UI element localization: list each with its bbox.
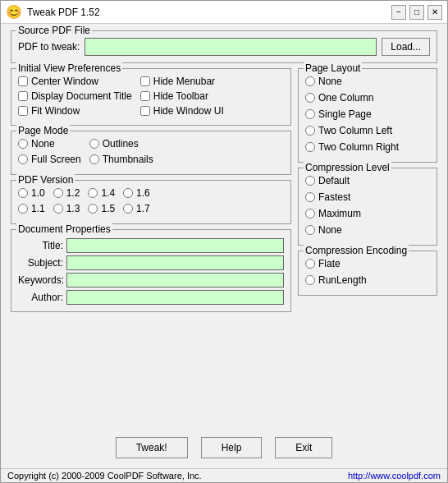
layout-single-page-radio[interactable] [305, 109, 315, 119]
fit-window-checkbox[interactable] [18, 106, 28, 116]
compress-maximum-radio[interactable] [305, 209, 315, 218]
tweak-button[interactable]: Tweak! [116, 437, 188, 458]
compress-maximum: Maximum [305, 208, 430, 219]
compress-maximum-label: Maximum [318, 208, 361, 219]
version-15-label: 1.5 [101, 203, 115, 214]
encode-flate: Flate [305, 258, 430, 269]
subject-input[interactable] [66, 255, 284, 270]
radio-thumbnails: Thumbnails [89, 154, 153, 165]
page-mode-thumbnails-radio[interactable] [89, 154, 99, 164]
checkbox-center-window: Center Window [18, 76, 132, 87]
layout-two-col-left: Two Column Left [305, 125, 430, 136]
version-13-radio[interactable] [53, 204, 63, 214]
pdf-version-label: PDF Version [16, 174, 75, 186]
page-mode-fullscreen-radio[interactable] [18, 154, 28, 164]
footer-buttons: Tweak! Help Exit [11, 432, 437, 462]
version-10-radio[interactable] [18, 188, 28, 198]
app-icon: 😊 [6, 4, 22, 20]
checkbox-display-title: Display Document Title [18, 90, 132, 102]
doc-props-fields: Title: Subject: Keywords: Author: [18, 233, 284, 305]
version-14-radio[interactable] [88, 188, 98, 198]
help-button[interactable]: Help [201, 437, 263, 458]
radio-v11: 1.1 [18, 203, 45, 214]
load-button[interactable]: Load... [382, 38, 430, 56]
compress-default-radio[interactable] [305, 176, 315, 186]
pdf-version-radios: 1.0 1.1 1.2 [18, 184, 284, 217]
layout-two-col-right: Two Column Right [305, 141, 430, 153]
compress-fastest-label: Fastest [318, 191, 350, 203]
keywords-input[interactable] [66, 273, 284, 288]
hide-menubar-checkbox[interactable] [140, 76, 150, 86]
doc-props-label: Document Properties [16, 223, 112, 235]
compress-none-label: None [318, 224, 342, 236]
title-row: Title: [18, 238, 284, 253]
version-col3: 1.4 1.5 [88, 187, 115, 217]
layout-one-column-radio[interactable] [305, 93, 315, 103]
hide-toolbar-checkbox[interactable] [140, 91, 150, 101]
layout-none-label: None [318, 76, 342, 87]
compress-fastest-radio[interactable] [305, 192, 315, 202]
encode-runlength-radio[interactable] [305, 275, 315, 285]
keywords-field-label: Keywords: [18, 274, 63, 286]
page-layout-group: Page Layout None One Column Single Pa [298, 68, 437, 163]
title-input[interactable] [66, 238, 284, 253]
page-mode-none-radio[interactable] [18, 139, 28, 149]
left-column: Initial View Preferences Center Window D… [11, 68, 291, 427]
page-mode-col1: None Full Screen [18, 138, 81, 168]
version-col2: 1.2 1.3 [53, 187, 80, 217]
layout-none: None [305, 76, 430, 87]
radio-v14: 1.4 [88, 187, 115, 199]
compression-level-group: Compression Level Default Fastest Max [298, 168, 437, 246]
version-15-radio[interactable] [88, 204, 98, 214]
version-11-radio[interactable] [18, 204, 28, 214]
compression-level-label: Compression Level [304, 162, 391, 173]
compress-default-label: Default [318, 175, 350, 186]
page-mode-outlines-label: Outlines [103, 138, 139, 150]
initial-view-checks: Center Window Display Document Title Fit… [18, 72, 284, 118]
page-mode-outlines-radio[interactable] [89, 139, 99, 149]
compress-none-radio[interactable] [305, 225, 315, 235]
pdf-to-tweak-label: PDF to tweak: [18, 41, 80, 53]
maximize-button[interactable]: □ [409, 5, 424, 20]
version-17-radio[interactable] [123, 204, 133, 214]
page-mode-radios: None Full Screen Outlines [18, 135, 284, 168]
version-14-label: 1.4 [101, 187, 115, 199]
page-mode-fullscreen-label: Full Screen [31, 154, 81, 165]
author-input[interactable] [66, 290, 284, 305]
close-button[interactable]: ✕ [427, 5, 442, 20]
radio-none: None [18, 138, 81, 150]
layout-two-col-left-radio[interactable] [305, 126, 315, 136]
encode-flate-radio[interactable] [305, 259, 315, 269]
version-16-radio[interactable] [123, 188, 133, 198]
exit-button[interactable]: Exit [275, 437, 332, 458]
hide-window-ui-checkbox[interactable] [140, 106, 150, 116]
author-field-label: Author: [18, 292, 63, 303]
version-12-label: 1.2 [66, 187, 80, 199]
encode-runlength-label: RunLength [318, 274, 367, 286]
fit-window-label: Fit Window [31, 105, 80, 117]
layout-none-radio[interactable] [305, 76, 315, 86]
display-title-checkbox[interactable] [18, 91, 28, 101]
center-window-checkbox[interactable] [18, 76, 28, 86]
radio-v15: 1.5 [88, 203, 115, 214]
subject-field-label: Subject: [18, 257, 63, 269]
title-field-label: Title: [18, 240, 63, 251]
compression-level-radios: Default Fastest Maximum None [305, 172, 430, 238]
pdf-to-tweak-input[interactable] [85, 38, 377, 56]
website-link[interactable]: http://www.coolpdf.com [348, 471, 441, 481]
source-group-label: Source PDF File [16, 25, 92, 36]
page-mode-label: Page Mode [16, 125, 70, 136]
layout-one-column: One Column [305, 92, 430, 104]
encode-flate-label: Flate [318, 258, 341, 269]
doc-props-group: Document Properties Title: Subject: Keyw… [11, 229, 291, 312]
radio-outlines: Outlines [89, 138, 153, 150]
version-12-radio[interactable] [53, 188, 63, 198]
main-row: Initial View Preferences Center Window D… [11, 68, 437, 427]
radio-v13: 1.3 [53, 203, 80, 214]
version-col4: 1.6 1.7 [123, 187, 150, 217]
keywords-row: Keywords: [18, 273, 284, 288]
encode-runlength: RunLength [305, 274, 430, 286]
layout-two-col-right-radio[interactable] [305, 142, 315, 152]
layout-single-page-label: Single Page [318, 108, 372, 120]
minimize-button[interactable]: − [391, 5, 406, 20]
